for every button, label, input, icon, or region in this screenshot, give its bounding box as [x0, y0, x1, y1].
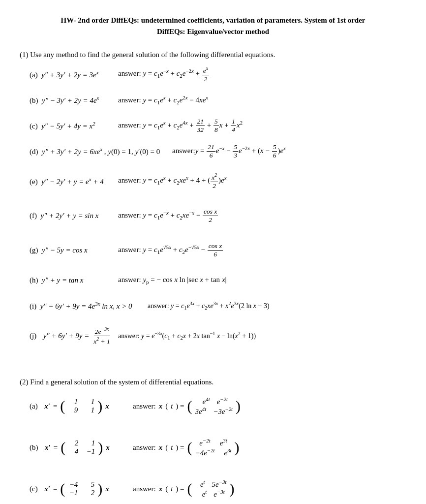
problem-1j-label: (j) y″ + 6y′ + 9y = 2e−3xx2 + 1	[20, 326, 118, 345]
problem-1f-label: (f) y″ + 2y′ + y = sin x	[20, 212, 118, 220]
section-1: (1) Use any method to find the general s…	[20, 51, 406, 349]
problem-1c-label: (c) y″ − 5y′ + 4y = x2	[20, 121, 118, 130]
problem-1i-label: (i) y″ − 6y′ + 9y = 4e3x ln x, x > 0	[20, 301, 148, 311]
system-2b-answer: answer: x(t) = ( e−2te3t −4e−2te3t )	[133, 437, 406, 458]
system-2c-answer: answer: x(t) = ( et5e−3t ete−3t )	[133, 478, 406, 500]
problem-1j-answer: answer: y = e−3x(c1 + c2x + 2x tan−1 x −…	[118, 331, 406, 341]
system-2a-answer: answer: x(t) = ( e4te−2t 3e4t−3e−2t )	[133, 395, 406, 417]
section-2: (2) Find a general solution of the syste…	[20, 378, 406, 503]
problem-1b: (b) y″ − 3y′ + 2y = 4ex answer: y = c1ex…	[20, 91, 406, 109]
problem-1e-label: (e) y″ − 2y′ + y = ex + 4	[20, 176, 118, 186]
problem-1h-answer: answer: yp = − cos x ln |sec x + tan x|	[118, 276, 406, 285]
system-2c-label: (c) x′ = ( −45 −12 ) x	[20, 479, 133, 498]
section1-header: (1) Use any method to find the general s…	[20, 51, 406, 59]
problem-1i: (i) y″ − 6y′ + 9y = 4e3x ln x, x > 0 ans…	[20, 296, 406, 315]
problem-1j: (j) y″ + 6y′ + 9y = 2e−3xx2 + 1 answer: …	[20, 322, 406, 349]
problem-1f: (f) y″ + 2y′ + y = sin x answer: y = c1e…	[20, 202, 406, 229]
problem-1c-answer: answer: y = c1ex + c2e4x + 2132 + 58x + …	[118, 118, 406, 134]
problem-1a-label: (a) y″ + 3y′ + 2y = 3ex	[20, 69, 118, 79]
page-title: HW- 2nd order DiffEQs: undetermined coef…	[20, 15, 406, 37]
problem-1e-answer: answer: y = c1ex + c2xex + 4 + (x22)ex	[118, 172, 406, 190]
system-2a: (a) x′ = ( 11 91 ) x answer: x(t) = ( e4…	[20, 392, 406, 420]
problem-1d-label: (d) y″ + 3y′ + 2y = 6xex , y(0) = 1, y′(…	[20, 146, 172, 156]
problem-1c: (c) y″ − 5y′ + 4y = x2 answer: y = c1ex …	[20, 116, 406, 135]
problem-1g-label: (g) y″ − 5y = cos x	[20, 246, 118, 254]
problem-1g: (g) y″ − 5y = cos x answer: y = c1e√5x +…	[20, 236, 406, 264]
problem-1i-answer: answer: y = c1e3x + c2xe3x + x2e3x(2 ln …	[148, 301, 406, 311]
problem-1d-answer: answer:y = 216e−x − 53e−2x + (x − 56)ex	[172, 143, 406, 159]
problem-1d: (d) y″ + 3y′ + 2y = 6xex , y(0) = 1, y′(…	[20, 142, 406, 160]
problem-1h-label: (h) y″ + y = tan x	[20, 276, 118, 284]
system-2a-label: (a) x′ = ( 11 91 ) x	[20, 397, 133, 415]
system-2b: (b) x′ = ( 21 4−1 ) x answer: x(t) = ( e…	[20, 434, 406, 461]
problem-1b-label: (b) y″ − 3y′ + 2y = 4ex	[20, 95, 118, 105]
problem-1e: (e) y″ − 2y′ + y = ex + 4 answer: y = c1…	[20, 167, 406, 195]
section2-header: (2) Find a general solution of the syste…	[20, 378, 406, 386]
system-2b-label: (b) x′ = ( 21 4−1 ) x	[20, 438, 133, 457]
problem-1b-answer: answer: y = c1ex + c2e2x − 4xex	[118, 94, 406, 105]
problem-1f-answer: answer: y = c1e−x + c2xe−x − cos x2	[118, 208, 406, 224]
problem-1h: (h) y″ + y = tan x answer: yp = − cos x …	[20, 271, 406, 289]
problem-1a: (a) y″ + 3y′ + 2y = 3ex answer: y = c1e−…	[20, 65, 406, 84]
system-2c: (c) x′ = ( −45 −12 ) x answer: x(t) = ( …	[20, 475, 406, 503]
problem-1a-answer: answer: y = c1e−x + c2e−2x + ex2	[118, 65, 406, 83]
problem-1g-answer: answer: y = c1e√5x + c2e−√5x − cos x6	[118, 242, 406, 258]
